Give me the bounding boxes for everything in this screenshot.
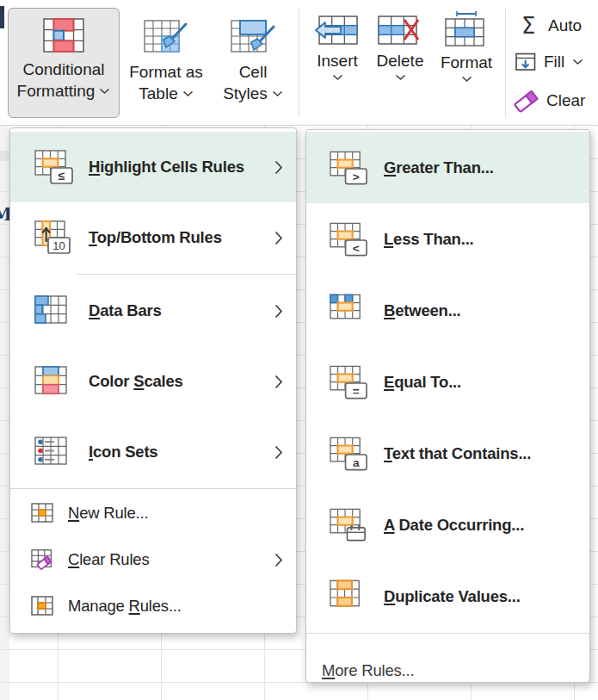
submenu-item-a-date-occurring[interactable]: A Date Occurring... bbox=[306, 489, 589, 561]
highlight-cells-rules-submenu: >Greater Than...<Less Than...Between...=… bbox=[305, 129, 590, 683]
menu-item-highlight-cells-rules[interactable]: ≤Highlight Cells Rules bbox=[10, 132, 296, 202]
svg-text:a: a bbox=[353, 455, 360, 468]
autosum-button[interactable]: Σ Auto bbox=[520, 14, 582, 38]
clear-button[interactable]: Clear bbox=[513, 89, 585, 113]
conditional-formatting-menu: ≤Highlight Cells Rules10Top/Bottom Rules… bbox=[9, 127, 297, 634]
chevron-down-icon bbox=[332, 74, 343, 81]
menu-item-label: Manage Rules... bbox=[68, 597, 182, 616]
submenu-arrow-icon bbox=[274, 553, 283, 567]
button-label: Cell Styles bbox=[223, 62, 283, 104]
chevron-down-icon bbox=[182, 90, 194, 97]
submenu-item-label: Equal To... bbox=[384, 373, 461, 392]
delete-button[interactable]: Delete bbox=[370, 8, 430, 118]
chevron-down-icon bbox=[272, 90, 283, 97]
svg-text:10: 10 bbox=[52, 239, 65, 252]
cell-styles-icon bbox=[231, 17, 275, 57]
svg-text:≤: ≤ bbox=[59, 169, 65, 183]
ribbon: Conditional Formatting Format as Table C… bbox=[0, 0, 598, 126]
menu-item-manage-rules[interactable]: Manage Rules... bbox=[10, 583, 296, 629]
excel-ui: Conditional Formatting Format as Table C… bbox=[0, 0, 598, 700]
new-rule-icon bbox=[31, 503, 55, 523]
icon-sets-icon bbox=[34, 435, 74, 469]
submenu-item-duplicate-values[interactable]: Duplicate Values... bbox=[306, 561, 589, 632]
menu-item-color-scales[interactable]: Color Scales bbox=[10, 346, 296, 417]
menu-item-label: Clear Rules bbox=[68, 550, 149, 569]
conditional-formatting-icon bbox=[43, 18, 84, 54]
submenu-item-label: A Date Occurring... bbox=[384, 516, 524, 535]
submenu-item-label: Less Than... bbox=[384, 230, 474, 249]
submenu-item-label: Text that Contains... bbox=[384, 444, 531, 463]
submenu-arrow-icon bbox=[274, 445, 283, 460]
manage-rules-icon bbox=[31, 596, 55, 616]
menu-item-icon-sets[interactable]: Icon Sets bbox=[10, 417, 296, 487]
menu-item-label: Top/Bottom Rules bbox=[89, 228, 222, 247]
cell-fill-fragment bbox=[0, 151, 9, 161]
color-scales-icon bbox=[34, 364, 74, 399]
clear-rules-icon bbox=[31, 548, 55, 571]
sigma-icon: Σ bbox=[520, 14, 540, 38]
duplicate-values-icon bbox=[330, 579, 368, 614]
svg-text:Σ: Σ bbox=[521, 14, 535, 38]
submenu-item-more-rules[interactable]: More Rules... bbox=[306, 635, 589, 683]
highlight-cells-rules-icon: ≤ bbox=[34, 150, 74, 184]
equal-to-icon: = bbox=[330, 365, 368, 400]
clipped-ribbon-icon bbox=[0, 6, 4, 28]
submenu-item-label: Duplicate Values... bbox=[384, 587, 521, 606]
submenu-arrow-icon bbox=[274, 304, 283, 319]
menu-separator bbox=[10, 488, 296, 489]
menu-item-label: Highlight Cells Rules bbox=[89, 158, 244, 177]
worksheet-left-sliver: M bbox=[0, 126, 9, 700]
button-label: Format as Table bbox=[129, 62, 203, 104]
menu-separator bbox=[76, 274, 296, 275]
menu-item-clear-rules[interactable]: Clear Rules bbox=[10, 536, 296, 583]
ribbon-group-separator bbox=[299, 9, 299, 117]
insert-icon bbox=[314, 15, 361, 47]
menu-item-label: Data Bars bbox=[89, 301, 162, 320]
chevron-down-icon bbox=[572, 59, 583, 65]
menu-item-label: Icon Sets bbox=[89, 443, 157, 462]
clear-label: Clear bbox=[546, 91, 585, 110]
format-button[interactable]: Format bbox=[435, 8, 498, 118]
menu-item-data-bars[interactable]: Data Bars bbox=[10, 276, 296, 346]
date-occurring-icon bbox=[330, 508, 368, 542]
chevron-down-icon bbox=[461, 76, 472, 83]
svg-text:=: = bbox=[353, 384, 360, 397]
data-bars-icon bbox=[34, 294, 74, 328]
submenu-item-label: Greater Than... bbox=[384, 158, 494, 177]
chevron-down-icon bbox=[395, 74, 406, 81]
menu-item-label: New Rule... bbox=[68, 504, 148, 523]
chevron-down-icon bbox=[99, 88, 110, 95]
submenu-item-greater-than[interactable]: >Greater Than... bbox=[306, 132, 589, 203]
submenu-item-label: More Rules... bbox=[322, 661, 414, 680]
submenu-item-text-that-contains[interactable]: aText that Contains... bbox=[306, 418, 589, 489]
insert-button[interactable]: Insert bbox=[310, 8, 365, 118]
menu-item-label: Color Scales bbox=[89, 372, 183, 391]
fill-button[interactable]: Fill bbox=[515, 53, 583, 71]
delete-icon bbox=[377, 15, 423, 47]
submenu-arrow-icon bbox=[274, 231, 283, 245]
fill-label: Fill bbox=[544, 53, 564, 71]
submenu-arrow-icon bbox=[274, 375, 283, 389]
menu-item-new-rule[interactable]: New Rule... bbox=[10, 490, 296, 536]
button-label: Conditional Formatting bbox=[17, 59, 111, 102]
submenu-item-between[interactable]: Between... bbox=[306, 275, 589, 346]
menu-separator bbox=[306, 633, 589, 634]
format-as-table-icon bbox=[144, 17, 188, 57]
conditional-formatting-button[interactable]: Conditional Formatting bbox=[8, 8, 120, 118]
between-icon bbox=[330, 294, 368, 328]
clipped-cell-text: M bbox=[0, 203, 9, 225]
menu-item-top-bottom-rules[interactable]: 10Top/Bottom Rules bbox=[10, 202, 296, 273]
svg-text:<: < bbox=[353, 241, 360, 254]
ribbon-group-separator bbox=[505, 9, 506, 117]
svg-text:>: > bbox=[353, 170, 360, 183]
submenu-arrow-icon bbox=[274, 160, 283, 175]
text-contains-icon: a bbox=[330, 437, 368, 471]
submenu-item-less-than[interactable]: <Less Than... bbox=[306, 203, 589, 275]
less-than-icon: < bbox=[330, 222, 368, 257]
fill-icon bbox=[515, 53, 536, 71]
format-icon bbox=[444, 11, 489, 49]
submenu-item-label: Between... bbox=[384, 301, 461, 320]
submenu-item-equal-to[interactable]: =Equal To... bbox=[306, 346, 589, 418]
cell-styles-button[interactable]: Cell Styles bbox=[213, 8, 293, 118]
format-as-table-button[interactable]: Format as Table bbox=[121, 8, 211, 118]
